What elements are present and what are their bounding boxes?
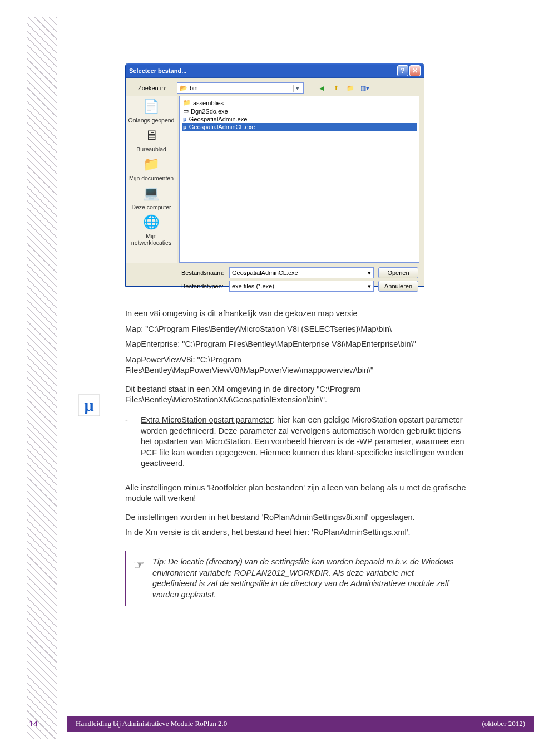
cancel-button[interactable]: Annuleren (378, 281, 418, 292)
up-folder-icon[interactable]: ⬆ (330, 82, 342, 94)
chevron-down-icon: ▾ (293, 85, 301, 92)
place-desktop[interactable]: 🖥Bureaublad (136, 126, 166, 153)
paragraph: In een v8i omgeving is dit afhankelijk v… (125, 308, 467, 320)
paragraph: Alle instellingen minus 'Rootfolder plan… (125, 483, 467, 504)
list-item[interactable]: 📁assemblies (182, 99, 417, 107)
folder-icon: 📁 (183, 99, 191, 106)
place-computer[interactable]: 💻Deze computer (131, 184, 171, 210)
place-documents[interactable]: 📁Mijn documenten (129, 155, 174, 181)
list-item[interactable]: μGeospatialAdminCL.exe (182, 123, 417, 131)
dialog-close-button[interactable]: ✕ (409, 65, 421, 76)
filetype-combo[interactable]: exe files (*.exe)▾ (229, 281, 374, 292)
footer-title: Handleiding bij Administratieve Module R… (76, 719, 227, 728)
file-open-dialog: Selecteer bestand... ? ✕ Zoeken in: 📂 bi… (125, 63, 424, 287)
list-item[interactable]: ▭Dgn2Sdo.exe (182, 107, 417, 115)
pointing-hand-icon: ☞ (134, 557, 145, 600)
page-footer: 14 Handleiding bij Administratieve Modul… (0, 716, 534, 732)
list-item[interactable]: μGeospatialAdmin.exe (182, 115, 417, 123)
lookup-row: Zoeken in: 📂 bin ▾ ◀ ⬆ 📁 ▥▾ (126, 78, 424, 96)
open-button[interactable]: Openen (378, 267, 418, 278)
back-icon[interactable]: ◀ (316, 82, 327, 94)
dialog-help-button[interactable]: ? (397, 65, 408, 76)
paragraph: Extra MicroStation opstart parameter: hi… (141, 415, 467, 469)
paragraph: De instellingen worden in het bestand 'R… (125, 512, 467, 523)
zoeken-in-combo[interactable]: 📂 bin ▾ (177, 82, 304, 94)
dialog-title-bar: Selecteer bestand... ? ✕ (126, 63, 424, 78)
file-list[interactable]: 📁assemblies ▭Dgn2Sdo.exe μGeospatialAdmi… (179, 96, 419, 263)
chevron-down-icon: ▾ (368, 283, 371, 290)
mu-icon: μ (183, 116, 187, 122)
new-folder-icon[interactable]: 📁 (345, 82, 356, 94)
exe-icon: ▭ (183, 107, 189, 115)
chevron-down-icon: ▾ (368, 269, 371, 277)
mu-icon: μ (183, 124, 187, 130)
paragraph: Map: "C:\Program Files\Bentley\MicroStat… (125, 324, 467, 335)
filename-input[interactable]: GeospatialAdminCL.exe▾ (229, 267, 374, 278)
microstation-mu-icon: μ (78, 394, 100, 416)
filename-label: Bestandsnaam: (181, 269, 225, 276)
paragraph: In de Xm versie is dit anders, het besta… (125, 527, 467, 538)
page-hatch-decoration (27, 17, 57, 739)
footer-date: (oktober 2012) (482, 719, 525, 728)
svg-text:μ: μ (84, 396, 93, 414)
tip-box: ☞ Tip: De locatie (directory) van de set… (125, 551, 467, 606)
paragraph: Dit bestand staat in een XM omgeving in … (125, 384, 467, 406)
page-number: 14 (0, 719, 67, 728)
places-bar: 📄Onlangs geopend 🖥Bureaublad 📁Mijn docum… (126, 96, 177, 263)
view-menu-icon[interactable]: ▥▾ (359, 82, 370, 94)
bullet-heading: Extra MicroStation opstart parameter (141, 415, 273, 424)
bullet-row: - Extra MicroStation opstart parameter: … (125, 415, 467, 474)
document-body: In een v8i omgeving is dit afhankelijk v… (125, 308, 467, 606)
paragraph: MapEnterprise: "C:\Program Files\Bentley… (125, 339, 467, 350)
place-recent[interactable]: 📄Onlangs geopend (128, 97, 175, 124)
paragraph: MapPowerViewV8i: "C:\Program Files\Bentl… (125, 355, 467, 376)
filetype-label: Bestandstypen: (181, 283, 225, 289)
zoeken-in-value: bin (190, 85, 291, 91)
folder-open-icon: 📂 (180, 85, 187, 92)
tip-text: Tip: De locatie (directory) van de setti… (152, 557, 459, 600)
place-network[interactable]: 🌐Mijn netwerklocaties (126, 213, 177, 246)
zoeken-in-label: Zoeken in: (138, 85, 174, 91)
dialog-title: Selecteer bestand... (129, 67, 396, 74)
